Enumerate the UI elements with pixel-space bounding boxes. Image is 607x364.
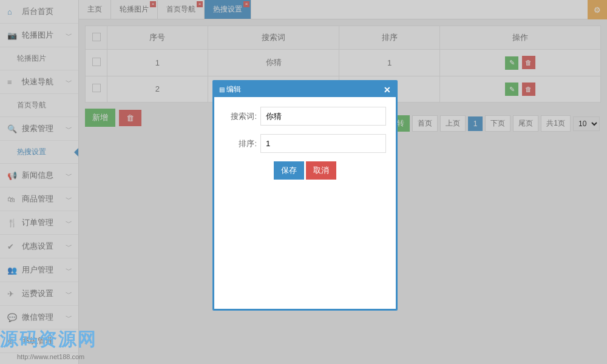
modal-title: 编辑 <box>219 84 241 95</box>
modal-close-button[interactable]: ✕ <box>384 85 391 95</box>
term-input[interactable] <box>260 107 386 126</box>
modal-body: 搜索词: 排序: 保存 取消 <box>214 97 396 189</box>
modal-header: 编辑 ✕ <box>214 82 396 97</box>
order-input[interactable] <box>260 134 386 153</box>
term-label: 搜索词: <box>224 111 257 122</box>
cancel-button[interactable]: 取消 <box>306 161 336 180</box>
order-label: 排序: <box>224 138 257 149</box>
save-button[interactable]: 保存 <box>274 161 304 180</box>
edit-modal: 编辑 ✕ 搜索词: 排序: 保存 取消 <box>212 80 398 311</box>
